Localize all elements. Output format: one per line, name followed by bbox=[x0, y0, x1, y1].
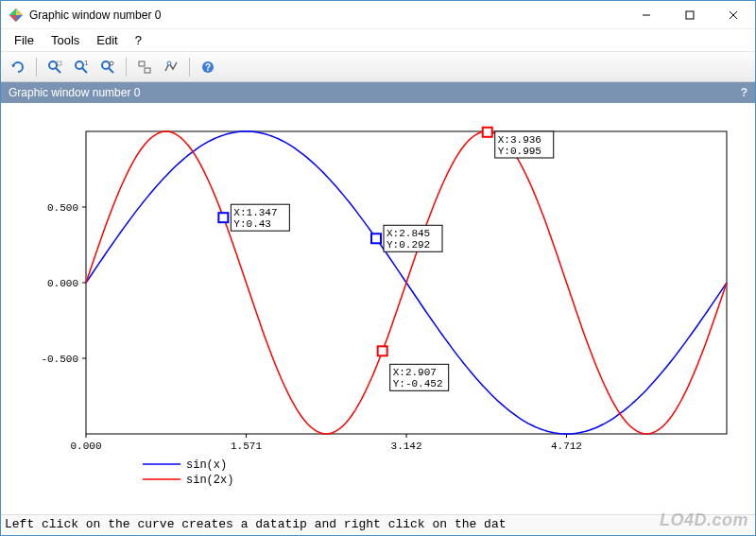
svg-point-15 bbox=[102, 61, 110, 69]
window-buttons bbox=[625, 1, 755, 28]
y-tick-label: 0.500 bbox=[47, 202, 78, 214]
banner-title: Graphic window number 0 bbox=[9, 86, 140, 99]
close-icon bbox=[729, 10, 738, 20]
toolbar-separator bbox=[36, 58, 37, 77]
chart[interactable]: -0.5000.0000.5000.0001.5713.1424.712sin(… bbox=[1, 103, 755, 510]
banner: Graphic window number 0 ? bbox=[1, 82, 755, 103]
maximize-icon bbox=[685, 10, 695, 20]
svg-rect-5 bbox=[686, 11, 694, 19]
y-tick-label: -0.500 bbox=[41, 354, 78, 365]
datatip-text-y: Y:-0.452 bbox=[393, 378, 443, 389]
datatip-marker[interactable] bbox=[378, 346, 387, 355]
app-window: Graphic window number 0 File Tools Edit … bbox=[0, 0, 756, 536]
datatip-mode-button[interactable] bbox=[160, 56, 182, 78]
minimize-button[interactable] bbox=[625, 1, 668, 29]
svg-rect-19 bbox=[145, 68, 150, 73]
close-button[interactable] bbox=[712, 1, 755, 29]
zoom-area-button[interactable] bbox=[43, 56, 66, 78]
banner-help-button[interactable]: ? bbox=[741, 86, 747, 99]
minimize-icon bbox=[642, 10, 651, 20]
svg-line-16 bbox=[109, 68, 113, 73]
toolbar-separator bbox=[126, 58, 127, 77]
zoom-out-icon bbox=[100, 60, 115, 75]
svg-point-20 bbox=[167, 61, 171, 65]
datatip-toggle-button[interactable] bbox=[133, 56, 156, 78]
window-title: Graphic window number 0 bbox=[29, 9, 625, 22]
plot-area[interactable]: -0.5000.0000.5000.0001.5713.1424.712sin(… bbox=[1, 103, 755, 514]
datatip-mode-icon bbox=[163, 60, 179, 75]
svg-line-10 bbox=[56, 68, 60, 73]
datatip-text-x: X:1.347 bbox=[233, 207, 277, 218]
legend-label: sin(2x) bbox=[186, 474, 233, 487]
menu-file[interactable]: File bbox=[7, 31, 42, 49]
svg-line-13 bbox=[82, 68, 87, 73]
svg-marker-2 bbox=[9, 15, 16, 22]
x-tick-label: 4.712 bbox=[551, 441, 582, 452]
svg-text:?: ? bbox=[205, 62, 211, 73]
svg-point-17 bbox=[110, 61, 113, 65]
maximize-button[interactable] bbox=[668, 1, 712, 29]
menu-edit[interactable]: Edit bbox=[89, 31, 125, 49]
svg-marker-3 bbox=[9, 9, 16, 15]
toolbar-separator bbox=[189, 58, 190, 77]
datatip-text-x: X:3.936 bbox=[498, 134, 541, 146]
status-text: Left click on the curve creates a datati… bbox=[5, 517, 507, 531]
rotate-icon bbox=[10, 60, 26, 75]
svg-point-9 bbox=[49, 61, 57, 69]
menu-tools[interactable]: Tools bbox=[43, 31, 87, 49]
help-icon: ? bbox=[200, 60, 215, 75]
x-tick-label: 0.000 bbox=[70, 441, 101, 452]
menu-help[interactable]: ? bbox=[128, 31, 149, 49]
zoom-in-button[interactable]: 1 bbox=[70, 56, 93, 78]
menubar: File Tools Edit ? bbox=[1, 29, 755, 52]
titlebar: Graphic window number 0 bbox=[1, 1, 755, 29]
x-tick-label: 1.571 bbox=[231, 441, 262, 452]
app-icon bbox=[9, 8, 24, 23]
zoom-area-icon bbox=[47, 60, 62, 75]
rotate-button[interactable] bbox=[7, 56, 29, 78]
svg-text:1: 1 bbox=[84, 60, 89, 67]
datatip-text-y: Y:0.43 bbox=[233, 218, 271, 230]
datatip-text-y: Y:0.292 bbox=[387, 239, 430, 251]
legend-label: sin(x) bbox=[186, 458, 227, 472]
datatip-marker[interactable] bbox=[218, 213, 228, 222]
zoom-out-button[interactable] bbox=[96, 56, 119, 78]
datatip-text-y: Y:0.995 bbox=[498, 146, 541, 157]
y-tick-label: 0.000 bbox=[47, 278, 78, 289]
zoom-in-icon: 1 bbox=[74, 60, 89, 75]
x-tick-label: 3.142 bbox=[391, 441, 422, 452]
datatip-marker[interactable] bbox=[483, 128, 492, 137]
help-button[interactable]: ? bbox=[197, 56, 219, 78]
status-bar: Left click on the curve creates a datati… bbox=[1, 514, 755, 535]
svg-point-12 bbox=[76, 61, 83, 69]
datatip-text-x: X:2.845 bbox=[387, 228, 430, 239]
datatip-toggle-icon bbox=[137, 60, 152, 75]
svg-marker-1 bbox=[16, 9, 23, 15]
svg-rect-18 bbox=[139, 61, 145, 66]
toolbar: 1 ? bbox=[1, 52, 755, 82]
datatip-text-x: X:2.907 bbox=[393, 367, 437, 378]
datatip-marker[interactable] bbox=[371, 233, 381, 243]
